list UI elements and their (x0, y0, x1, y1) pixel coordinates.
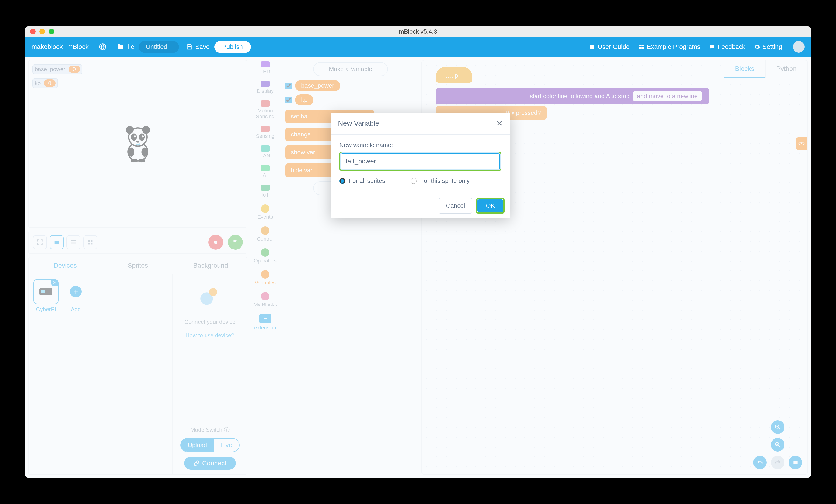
file-menu[interactable]: File (117, 43, 134, 51)
user-guide-link[interactable]: User Guide (589, 43, 630, 51)
window-title: mBlock v5.4.3 (25, 28, 811, 35)
scope-this-radio[interactable] (411, 178, 417, 184)
brand-left: makeblock (32, 43, 63, 51)
feedback-link[interactable]: Feedback (709, 43, 745, 51)
publish-label: Publish (222, 43, 243, 51)
highlight-input (339, 152, 501, 171)
save-button[interactable]: Save (186, 43, 210, 51)
variable-name-input[interactable] (341, 153, 500, 169)
scope-all-radio[interactable] (339, 178, 345, 184)
settings-button[interactable]: Setting (754, 43, 782, 51)
app-body: base_power 0 kp 0 (25, 57, 811, 478)
close-window-button[interactable] (30, 29, 36, 34)
app-menubar: makeblock | mBlock File Untitled Save Pu… (25, 37, 811, 57)
scope-all-sprites[interactable]: For all sprites (339, 177, 385, 185)
file-label: File (124, 43, 134, 51)
traffic-lights (30, 29, 54, 34)
minimize-window-button[interactable] (39, 29, 45, 34)
example-programs-link[interactable]: Example Programs (638, 43, 701, 51)
publish-button[interactable]: Publish (214, 41, 251, 53)
new-variable-dialog: New Variable ✕ New variable name: For al… (330, 113, 510, 218)
save-label: Save (195, 43, 210, 51)
user-avatar[interactable] (793, 41, 804, 53)
highlight-ok: OK (476, 198, 505, 214)
brand: makeblock | mBlock (32, 43, 89, 51)
ok-button[interactable]: OK (477, 199, 503, 212)
filename-field[interactable]: Untitled (139, 41, 179, 53)
variable-name-label: New variable name: (339, 141, 501, 149)
menubar-right: User Guide Example Programs Feedback Set… (589, 41, 804, 53)
cancel-button[interactable]: Cancel (438, 198, 472, 214)
mac-titlebar: mBlock v5.4.3 (25, 26, 811, 37)
maximize-window-button[interactable] (49, 29, 54, 34)
app-window: mBlock v5.4.3 makeblock | mBlock File Un… (25, 26, 811, 478)
dialog-title: New Variable (338, 119, 379, 127)
scope-this-sprite[interactable]: For this sprite only (411, 177, 470, 185)
brand-right: mBlock (67, 43, 89, 51)
dialog-close-button[interactable]: ✕ (496, 119, 503, 128)
language-button[interactable] (99, 43, 107, 51)
